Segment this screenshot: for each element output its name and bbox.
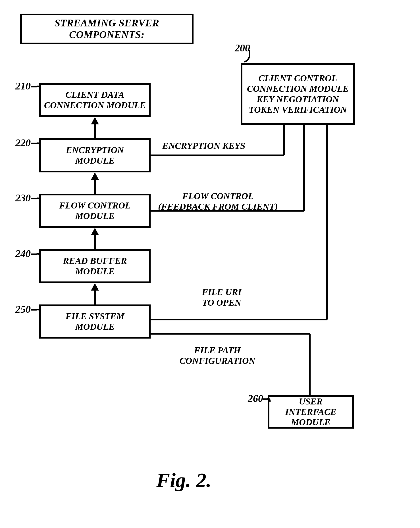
ref-read-buffer: 240	[8, 248, 31, 260]
ref-user-interface: 260	[240, 393, 263, 404]
flow-control-label: FLOW CONTROLMODULE	[59, 200, 131, 221]
ref-flow-control: 230	[8, 192, 31, 204]
client-control-module: CLIENT CONTROLCONNECTION MODULEKEY NEGOT…	[241, 63, 355, 125]
read-buffer-label: READ BUFFERMODULE	[63, 256, 127, 277]
title-box: STREAMING SERVER COMPONENTS:	[20, 14, 194, 44]
file-system-module: FILE SYSTEMMODULE	[39, 304, 151, 339]
user-interface-label: USER INTERFACEMODULE	[272, 396, 349, 427]
flow-control-module: FLOW CONTROLMODULE	[39, 194, 151, 228]
edge-flow-feedback: FLOW CONTROL(FEEDBACK FROM CLIENT)	[157, 191, 279, 212]
ref-client-control: 200	[227, 42, 250, 54]
edge-encryption-keys: ENCRYPTION KEYS	[157, 141, 251, 151]
read-buffer-module: READ BUFFERMODULE	[39, 249, 151, 283]
encryption-module: ENCRYPTIONMODULE	[39, 138, 151, 172]
ref-encryption: 220	[8, 137, 31, 149]
client-data-label: CLIENT DATACONNECTION MODULE	[44, 89, 146, 110]
client-control-label: CLIENT CONTROLCONNECTION MODULEKEY NEGOT…	[247, 73, 349, 115]
svg-marker-5	[91, 228, 99, 235]
svg-marker-7	[91, 283, 99, 291]
figure-caption: Fig. 2.	[156, 469, 211, 492]
ref-client-data: 210	[8, 80, 31, 92]
svg-marker-3	[91, 172, 99, 180]
edge-file-uri: FILE URITO OPEN	[185, 287, 259, 308]
diagram-page: STREAMING SERVER COMPONENTS: CLIENT DATA…	[0, 0, 420, 528]
user-interface-module: USER INTERFACEMODULE	[268, 395, 354, 429]
file-system-label: FILE SYSTEMMODULE	[65, 311, 124, 332]
encryption-label: ENCRYPTIONMODULE	[66, 145, 124, 166]
client-data-module: CLIENT DATACONNECTION MODULE	[39, 83, 151, 117]
ref-file-system: 250	[8, 303, 31, 315]
title-text: STREAMING SERVER COMPONENTS:	[25, 17, 189, 41]
edge-file-path: FILE PATHCONFIGURATION	[168, 345, 267, 366]
svg-marker-1	[91, 117, 99, 124]
